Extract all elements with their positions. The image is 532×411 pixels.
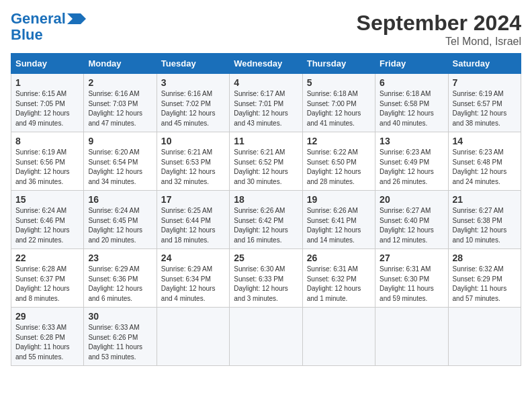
day-number: 5: [307, 77, 371, 88]
day-number: 22: [15, 253, 79, 263]
weekday-header: Wednesday: [230, 54, 302, 74]
calendar-day-cell: 7Sunrise: 6:19 AMSunset: 6:57 PMDaylight…: [448, 74, 521, 132]
day-info: Sunrise: 6:29 AMSunset: 6:36 PMDaylight:…: [88, 265, 152, 304]
day-number: 23: [88, 253, 152, 263]
calendar-day-cell: 3Sunrise: 6:16 AMSunset: 7:02 PMDaylight…: [157, 74, 229, 132]
calendar-day-cell: 26Sunrise: 6:31 AMSunset: 6:32 PMDayligh…: [302, 249, 375, 308]
calendar-day-cell: 11Sunrise: 6:21 AMSunset: 6:52 PMDayligh…: [230, 132, 302, 191]
day-number: 14: [453, 136, 517, 146]
day-info: Sunrise: 6:21 AMSunset: 6:52 PMDaylight:…: [234, 148, 298, 187]
logo-icon: [67, 13, 86, 24]
day-info: Sunrise: 6:19 AMSunset: 6:57 PMDaylight:…: [453, 89, 517, 128]
calendar-day-cell: [302, 308, 375, 366]
calendar-day-cell: 19Sunrise: 6:26 AMSunset: 6:41 PMDayligh…: [302, 191, 375, 249]
weekday-header: Monday: [84, 54, 157, 74]
calendar-subtitle: Tel Mond, Israel: [357, 36, 521, 48]
day-number: 16: [88, 194, 152, 205]
calendar-day-cell: [375, 308, 448, 366]
day-info: Sunrise: 6:20 AMSunset: 6:54 PMDaylight:…: [88, 148, 152, 187]
day-number: 4: [234, 77, 298, 88]
calendar-day-cell: 10Sunrise: 6:21 AMSunset: 6:53 PMDayligh…: [157, 132, 229, 191]
day-info: Sunrise: 6:16 AMSunset: 7:03 PMDaylight:…: [88, 89, 152, 128]
calendar-day-cell: 8Sunrise: 6:19 AMSunset: 6:56 PMDaylight…: [11, 132, 84, 191]
calendar-week-row: 22Sunrise: 6:28 AMSunset: 6:37 PMDayligh…: [11, 249, 521, 308]
day-info: Sunrise: 6:19 AMSunset: 6:56 PMDaylight:…: [15, 148, 79, 187]
day-number: 20: [380, 194, 443, 205]
calendar-day-cell: 24Sunrise: 6:29 AMSunset: 6:34 PMDayligh…: [157, 249, 229, 308]
day-number: 12: [307, 136, 371, 146]
day-info: Sunrise: 6:31 AMSunset: 6:32 PMDaylight:…: [307, 265, 371, 304]
calendar-day-cell: 23Sunrise: 6:29 AMSunset: 6:36 PMDayligh…: [84, 249, 157, 308]
calendar-day-cell: 9Sunrise: 6:20 AMSunset: 6:54 PMDaylight…: [84, 132, 157, 191]
day-info: Sunrise: 6:17 AMSunset: 7:01 PMDaylight:…: [234, 89, 298, 128]
day-number: 27: [380, 253, 443, 263]
calendar-day-cell: 17Sunrise: 6:25 AMSunset: 6:44 PMDayligh…: [157, 191, 229, 249]
day-info: Sunrise: 6:30 AMSunset: 6:33 PMDaylight:…: [234, 265, 298, 304]
calendar-header-row: SundayMondayTuesdayWednesdayThursdayFrid…: [11, 54, 521, 74]
calendar-day-cell: 30Sunrise: 6:33 AMSunset: 6:26 PMDayligh…: [84, 308, 157, 366]
day-number: 25: [234, 253, 298, 263]
page-header: General Blue September 2024 Tel Mond, Is…: [11, 11, 521, 48]
calendar-day-cell: 14Sunrise: 6:23 AMSunset: 6:48 PMDayligh…: [448, 132, 521, 191]
day-info: Sunrise: 6:18 AMSunset: 7:00 PMDaylight:…: [307, 89, 371, 128]
weekday-header: Thursday: [302, 54, 375, 74]
day-info: Sunrise: 6:26 AMSunset: 6:41 PMDaylight:…: [307, 206, 371, 245]
calendar-day-cell: 29Sunrise: 6:33 AMSunset: 6:28 PMDayligh…: [11, 308, 84, 366]
weekday-header: Friday: [375, 54, 448, 74]
weekday-header: Tuesday: [157, 54, 229, 74]
day-info: Sunrise: 6:31 AMSunset: 6:30 PMDaylight:…: [380, 265, 443, 304]
calendar-day-cell: 5Sunrise: 6:18 AMSunset: 7:00 PMDaylight…: [302, 74, 375, 132]
day-number: 26: [307, 253, 371, 263]
calendar-day-cell: 25Sunrise: 6:30 AMSunset: 6:33 PMDayligh…: [230, 249, 302, 308]
calendar-title: September 2024: [357, 11, 521, 36]
day-info: Sunrise: 6:27 AMSunset: 6:40 PMDaylight:…: [380, 206, 443, 245]
day-number: 18: [234, 194, 298, 205]
calendar-day-cell: 2Sunrise: 6:16 AMSunset: 7:03 PMDaylight…: [84, 74, 157, 132]
calendar-week-row: 1Sunrise: 6:15 AMSunset: 7:05 PMDaylight…: [11, 74, 521, 132]
day-info: Sunrise: 6:33 AMSunset: 6:26 PMDaylight:…: [88, 323, 152, 362]
calendar-day-cell: 6Sunrise: 6:18 AMSunset: 6:58 PMDaylight…: [375, 74, 448, 132]
day-number: 11: [234, 136, 298, 146]
calendar-day-cell: 12Sunrise: 6:22 AMSunset: 6:50 PMDayligh…: [302, 132, 375, 191]
calendar-week-row: 15Sunrise: 6:24 AMSunset: 6:46 PMDayligh…: [11, 191, 521, 249]
calendar-day-cell: 15Sunrise: 6:24 AMSunset: 6:46 PMDayligh…: [11, 191, 84, 249]
day-info: Sunrise: 6:27 AMSunset: 6:38 PMDaylight:…: [453, 206, 517, 245]
calendar-table: SundayMondayTuesdayWednesdayThursdayFrid…: [11, 53, 521, 366]
day-number: 29: [15, 311, 79, 322]
day-number: 10: [161, 136, 225, 146]
day-info: Sunrise: 6:18 AMSunset: 6:58 PMDaylight:…: [380, 89, 443, 128]
day-number: 3: [161, 77, 225, 88]
calendar-day-cell: [157, 308, 229, 366]
calendar-week-row: 29Sunrise: 6:33 AMSunset: 6:28 PMDayligh…: [11, 308, 521, 366]
day-info: Sunrise: 6:24 AMSunset: 6:46 PMDaylight:…: [15, 206, 79, 245]
day-number: 8: [15, 136, 79, 146]
day-info: Sunrise: 6:26 AMSunset: 6:42 PMDaylight:…: [234, 206, 298, 245]
day-number: 15: [15, 194, 79, 205]
day-info: Sunrise: 6:21 AMSunset: 6:53 PMDaylight:…: [161, 148, 225, 187]
calendar-day-cell: 16Sunrise: 6:24 AMSunset: 6:45 PMDayligh…: [84, 191, 157, 249]
calendar-day-cell: 22Sunrise: 6:28 AMSunset: 6:37 PMDayligh…: [11, 249, 84, 308]
day-number: 1: [15, 77, 79, 88]
day-number: 30: [88, 311, 152, 322]
day-number: 13: [380, 136, 443, 146]
day-number: 9: [88, 136, 152, 146]
calendar-day-cell: [230, 308, 302, 366]
day-number: 28: [453, 253, 517, 263]
day-info: Sunrise: 6:23 AMSunset: 6:48 PMDaylight:…: [453, 148, 517, 187]
day-info: Sunrise: 6:28 AMSunset: 6:37 PMDaylight:…: [15, 265, 79, 304]
calendar-day-cell: 28Sunrise: 6:32 AMSunset: 6:29 PMDayligh…: [448, 249, 521, 308]
svg-marker-0: [67, 13, 86, 24]
calendar-day-cell: 27Sunrise: 6:31 AMSunset: 6:30 PMDayligh…: [375, 249, 448, 308]
title-block: September 2024 Tel Mond, Israel: [357, 11, 521, 48]
day-number: 7: [453, 77, 517, 88]
calendar-day-cell: 1Sunrise: 6:15 AMSunset: 7:05 PMDaylight…: [11, 74, 84, 132]
day-number: 17: [161, 194, 225, 205]
day-info: Sunrise: 6:33 AMSunset: 6:28 PMDaylight:…: [15, 323, 79, 362]
calendar-day-cell: 21Sunrise: 6:27 AMSunset: 6:38 PMDayligh…: [448, 191, 521, 249]
logo: General Blue: [11, 11, 86, 43]
day-info: Sunrise: 6:23 AMSunset: 6:49 PMDaylight:…: [380, 148, 443, 187]
day-info: Sunrise: 6:16 AMSunset: 7:02 PMDaylight:…: [161, 89, 225, 128]
day-info: Sunrise: 6:29 AMSunset: 6:34 PMDaylight:…: [161, 265, 225, 304]
day-info: Sunrise: 6:15 AMSunset: 7:05 PMDaylight:…: [15, 89, 79, 128]
calendar-day-cell: 18Sunrise: 6:26 AMSunset: 6:42 PMDayligh…: [230, 191, 302, 249]
